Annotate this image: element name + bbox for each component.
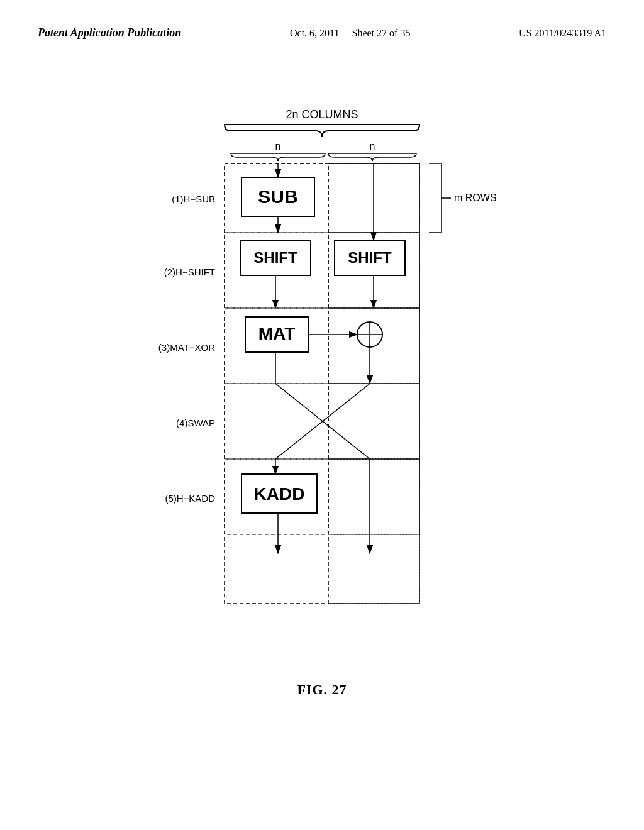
header: Patent Application Publication Oct. 6, 2… — [0, 0, 644, 42]
diagram-area: 2n COLUMNS n n m — [102, 101, 542, 717]
header-date-sheet: Oct. 6, 2011 Sheet 27 of 35 — [290, 25, 410, 42]
row2-label: (2)H−SHIFT — [164, 267, 215, 277]
shift-left-label: SHIFT — [253, 249, 297, 266]
columns-label: 2n COLUMNS — [286, 108, 358, 121]
header-date: Oct. 6, 2011 — [290, 28, 340, 38]
n-right-label: n — [370, 141, 375, 152]
svg-rect-31 — [328, 384, 419, 459]
mat-box-label: MAT — [258, 324, 296, 343]
page: Patent Application Publication Oct. 6, 2… — [0, 0, 644, 830]
row3-label: (3)MAT−XOR — [158, 342, 215, 353]
header-sheet: Sheet 27 of 35 — [352, 28, 411, 38]
row5-label: (5)H−KADD — [165, 493, 215, 504]
row1-label: (1)H−SUB — [172, 194, 215, 204]
n-left-label: n — [275, 141, 281, 152]
figure-label: FIG. 27 — [297, 682, 347, 698]
kadd-box-label: KADD — [254, 484, 305, 504]
m-rows-label: m ROWS — [454, 192, 497, 203]
row4-label: (4)SWAP — [176, 418, 215, 428]
sub-box-label: SUB — [258, 186, 297, 207]
diagram-svg: 2n COLUMNS n n m — [102, 101, 542, 698]
header-patent-number: US 2011/0243319 A1 — [519, 25, 606, 42]
svg-rect-35 — [328, 459, 419, 534]
shift-right-label: SHIFT — [348, 249, 392, 266]
header-publication-label: Patent Application Publication — [38, 25, 181, 41]
